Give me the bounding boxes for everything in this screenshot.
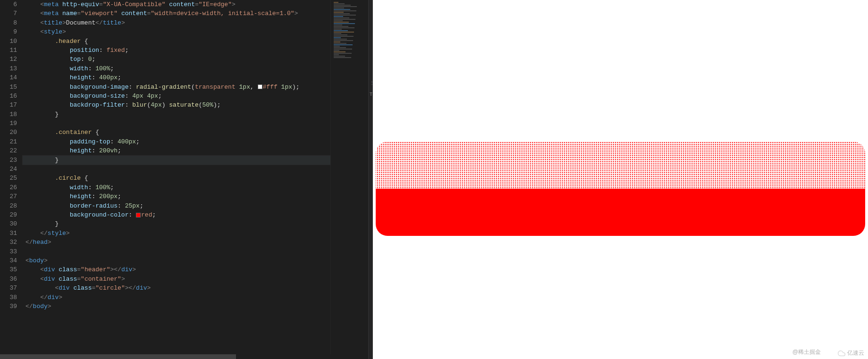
code-line[interactable]: width: 100%; [23, 183, 330, 192]
line-number: 23 [0, 156, 17, 165]
code-line[interactable]: .container { [23, 128, 330, 137]
code-line[interactable]: <style> [23, 27, 330, 36]
cloud-icon [838, 350, 845, 357]
line-number: 17 [0, 100, 17, 109]
line-number: 36 [0, 275, 17, 284]
code-line[interactable]: .header { [23, 37, 330, 46]
line-number: 24 [0, 165, 17, 174]
code-line[interactable]: height: 200px; [23, 192, 330, 201]
watermark-yisu: 亿速云 [838, 349, 864, 357]
code-line[interactable]: background-color: red; [23, 210, 330, 219]
line-number: 39 [0, 302, 17, 311]
code-line[interactable]: .circle { [23, 174, 330, 183]
color-swatch-icon [258, 84, 262, 89]
watermark-juejin: @稀土掘金 [792, 348, 821, 356]
color-swatch-icon [136, 213, 141, 217]
horizontal-scrollbar-thumb[interactable] [0, 354, 236, 359]
line-number: 16 [0, 92, 17, 100]
code-line[interactable]: <meta name="viewport" content="width=dev… [23, 9, 330, 18]
code-line[interactable] [23, 247, 330, 256]
line-number: 25 [0, 174, 17, 183]
line-number: 22 [0, 146, 17, 155]
line-number: 33 [0, 247, 17, 256]
code-line[interactable]: <body> [23, 256, 330, 265]
code-line[interactable]: <div class="container"> [23, 275, 330, 284]
preview-circle [376, 142, 865, 236]
code-area[interactable]: 6789101112131415161718192021222324252627… [0, 0, 368, 359]
code-line[interactable]: background-image: radial-gradient(transp… [23, 83, 330, 92]
line-number: 9 [0, 27, 17, 36]
line-number: 6 [0, 0, 17, 9]
minimap[interactable] [330, 0, 368, 359]
code-line[interactable] [23, 165, 330, 174]
code-line[interactable]: height: 200vh; [23, 146, 330, 155]
line-number: 38 [0, 293, 17, 302]
code-line[interactable]: </body> [23, 302, 330, 311]
code-line[interactable]: top: 0; [23, 55, 330, 64]
app-root: 6789101112131415161718192021222324252627… [0, 0, 868, 359]
code-line[interactable]: height: 400px; [23, 73, 330, 82]
line-number: 19 [0, 119, 17, 128]
line-number: 11 [0, 46, 17, 55]
code-line[interactable]: border-radius: 25px; [23, 201, 330, 210]
preview-container [373, 0, 868, 236]
line-number: 15 [0, 83, 17, 92]
editor-pane: 6789101112131415161718192021222324252627… [0, 0, 368, 359]
code-line[interactable]: <meta http-equiv="X-UA-Compatible" conte… [23, 0, 330, 9]
line-number: 14 [0, 73, 17, 82]
line-number: 12 [0, 55, 17, 64]
code-line[interactable]: </head> [23, 238, 330, 247]
line-number: 31 [0, 229, 17, 238]
line-number: 29 [0, 210, 17, 219]
code-line[interactable]: </div> [23, 293, 330, 302]
preview-pane: @稀土掘金 亿速云 [373, 0, 868, 359]
line-number: 20 [0, 128, 17, 137]
line-number: 37 [0, 284, 17, 292]
code-line[interactable] [23, 119, 330, 128]
horizontal-scrollbar[interactable] [0, 354, 368, 359]
line-number: 18 [0, 110, 17, 119]
line-number: 28 [0, 201, 17, 210]
code-line[interactable]: <div class="circle"></div> [23, 284, 330, 292]
code-line[interactable]: width: 100%; [23, 64, 330, 73]
splitter-handle-icon: T [370, 92, 372, 97]
code-line[interactable]: position: fixed; [23, 46, 330, 55]
line-number: 30 [0, 219, 17, 228]
code-content[interactable]: <meta http-equiv="X-UA-Compatible" conte… [23, 0, 330, 359]
code-line[interactable]: <title>Document</title> [23, 18, 330, 27]
code-line[interactable]: } [23, 156, 330, 165]
code-line[interactable]: backdrop-filter: blur(4px) saturate(50%)… [23, 100, 330, 109]
watermark-yisu-text: 亿速云 [847, 349, 864, 357]
line-number: 26 [0, 183, 17, 192]
code-line[interactable]: padding-top: 400px; [23, 137, 330, 146]
line-number: 32 [0, 238, 17, 247]
line-number: 35 [0, 265, 17, 274]
line-number: 27 [0, 192, 17, 201]
code-line[interactable]: background-size: 4px 4px; [23, 92, 330, 100]
line-number: 34 [0, 256, 17, 265]
pane-splitter[interactable]: ⋮ T [368, 0, 373, 359]
line-number: 21 [0, 137, 17, 146]
line-number: 7 [0, 9, 17, 18]
line-number: 10 [0, 37, 17, 46]
line-number-gutter: 6789101112131415161718192021222324252627… [0, 0, 23, 359]
line-number: 8 [0, 18, 17, 27]
line-number: 13 [0, 64, 17, 73]
code-line[interactable]: <div class="header"></div> [23, 265, 330, 274]
code-line[interactable]: </style> [23, 229, 330, 238]
code-line[interactable]: } [23, 110, 330, 119]
code-line[interactable]: } [23, 219, 330, 228]
